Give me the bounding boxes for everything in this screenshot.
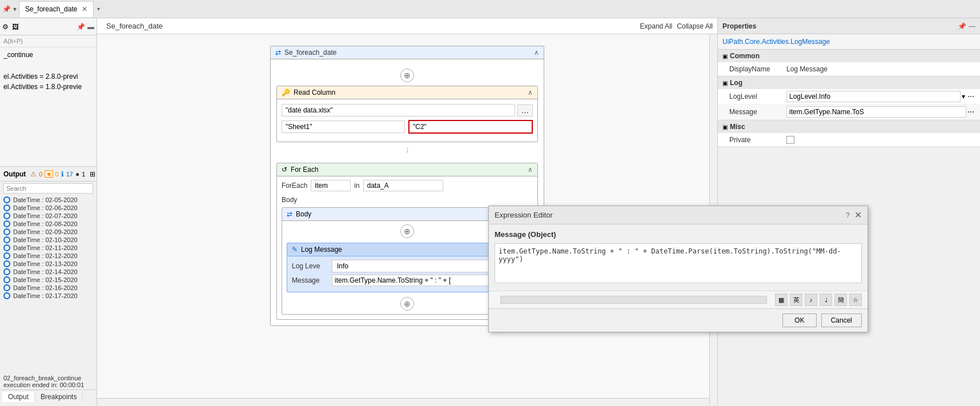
list-item: DateTime : 02-07-2020 (0, 212, 97, 220)
add-activity-after-log[interactable]: ⊕ (400, 297, 414, 311)
dialog-expression-label: Message (Object) (495, 230, 862, 239)
tab-breakpoints[interactable]: Breakpoints (35, 392, 83, 402)
loglevel-dropdown-btn[interactable]: ▾ (961, 93, 966, 101)
toolbar-icon-star[interactable]: ☆ (849, 294, 862, 306)
loglevel-label: LogLevel (729, 93, 786, 101)
dialog-scrollbar[interactable] (500, 296, 767, 304)
prop-section-log-header[interactable]: ▣ Log (718, 77, 980, 89)
tab-close-icon[interactable]: ✕ (82, 5, 87, 13)
panel-close-icon[interactable]: ▬ (87, 23, 94, 31)
read-column-collapse[interactable]: ∧ (528, 89, 533, 97)
dialog-footer: OK Cancel (489, 308, 867, 332)
dialog-header-actions: ? ✕ (846, 210, 862, 220)
output-search-bar (0, 182, 97, 196)
dialog-help-icon[interactable]: ? (846, 211, 850, 219)
dropdown-arrow-left[interactable]: ▾ (13, 5, 17, 13)
toolbar-icon-grid[interactable]: ▦ (775, 294, 788, 306)
tab-dropdown-arrow[interactable]: ▾ (97, 6, 100, 12)
item-circle-icon (3, 284, 10, 291)
pin-panel-icon[interactable]: 📌 (77, 23, 85, 31)
list-item: DateTime : 02-16-2020 (0, 284, 97, 292)
left-toolbar: ⚙ 🖼 📌 ▬ (0, 18, 97, 35)
rc-file-input[interactable] (282, 104, 515, 116)
main-tab[interactable]: Se_foreach_date ✕ (19, 1, 94, 17)
read-column-icon: 🔑 (282, 89, 290, 97)
common-section-title: Common (730, 52, 760, 60)
add-activity-body[interactable]: ⊕ (400, 224, 414, 238)
foreach-item-input[interactable] (311, 180, 351, 191)
left-panel-items: _continue el.Activities = 2.8.0-previ el… (0, 47, 97, 166)
list-item: DateTime : 02-17-2020 (0, 292, 97, 300)
filter-icon[interactable]: ⊞ (90, 170, 95, 178)
toolbar-icon-lang[interactable]: 英 (790, 294, 802, 306)
foreach-title: ↺ For Each (282, 166, 319, 174)
prop-row-private: Private (718, 133, 980, 147)
info-count: 17 (66, 171, 73, 178)
loglevel-dots-btn[interactable]: ⋯ (966, 93, 975, 101)
read-column-box: 🔑 Read Column ∧ … (276, 86, 538, 142)
toolbar-icon-kanji[interactable]: 簡 (834, 294, 847, 306)
left-panel-shortcut: A(lt+P) (3, 38, 93, 45)
main-container-header: ⇄ Se_foreach_date ∧ (271, 46, 544, 59)
read-column-title: 🔑 Read Column (282, 89, 335, 97)
displayname-value: Log Message (786, 65, 975, 73)
item-circle-icon (3, 268, 10, 275)
list-item: DateTime : 02-06-2020 (0, 204, 97, 212)
output-title: Output (3, 170, 26, 178)
message-dots-btn[interactable]: ⋯ (966, 108, 975, 116)
rc-file-row: … (282, 104, 533, 116)
output-tabs: Output Breakpoints (0, 389, 97, 403)
rc-cell-input[interactable] (408, 120, 533, 134)
dialog-expression-textarea[interactable]: item.GetType.Name.ToString + " : " + Dat… (495, 243, 862, 283)
item-circle-icon (3, 276, 10, 283)
toolbar-icon-music2[interactable]: ♩ (820, 294, 832, 306)
arrow-connector-1: ↓ (276, 142, 538, 157)
dialog-close-button[interactable]: ✕ (854, 210, 862, 220)
list-item: DateTime : 02-09-2020 (0, 228, 97, 236)
private-checkbox[interactable] (786, 136, 794, 144)
minimize-right-icon[interactable]: — (969, 22, 975, 30)
prop-row-loglevel: LogLevel LogLevel.Info ▾ ⋯ (718, 89, 980, 104)
add-activity-top[interactable]: ⊕ (400, 69, 414, 82)
dialog-ok-button[interactable]: OK (782, 313, 816, 327)
item-circle-icon (3, 196, 10, 203)
dialog-title: Expression Editor (495, 211, 553, 219)
dialog-header: Expression Editor ? ✕ (489, 206, 867, 224)
properties-class-path: UiPath.Core.Activities.LogMessage (718, 34, 980, 50)
expand-all-button[interactable]: Expand All (640, 22, 673, 30)
list-item: DateTime : 02-12-2020 (0, 252, 97, 260)
list-item: DateTime : 02-14-2020 (0, 268, 97, 276)
dialog-scrollbar-area (495, 295, 773, 305)
foreach-collapse[interactable]: ∧ (528, 166, 533, 174)
pin-right-icon[interactable]: 📌 (958, 22, 966, 30)
log-section-title: Log (730, 79, 742, 87)
prop-section-log: ▣ Log LogLevel LogLevel.Info ▾ ⋯ Message… (718, 77, 980, 120)
main-container-collapse[interactable]: ∧ (534, 49, 539, 57)
output-search-input[interactable] (3, 183, 93, 194)
output-header: Output ⚠ 0 ■ 0 ℹ 17 ● 1 ⊞ (0, 167, 97, 182)
canvas-title: Se_foreach_date (102, 22, 636, 30)
item-circle-icon (3, 204, 10, 211)
foreach-data-input[interactable] (363, 180, 443, 191)
image-icon[interactable]: 🖼 (12, 23, 19, 31)
left-panel-item-activities2: el.Activities = 1.8.0-previe (3, 82, 93, 92)
common-toggle-icon: ▣ (722, 53, 728, 59)
toolbar-icon-music1[interactable]: ♪ (805, 294, 817, 306)
log-message-title: ✎ Log Message (292, 246, 342, 254)
rc-browse-button[interactable]: … (517, 104, 533, 116)
canvas-toolbar: Se_foreach_date Expand All Collapse All (97, 18, 717, 34)
prop-section-common-header[interactable]: ▣ Common (718, 50, 980, 62)
item-circle-icon (3, 212, 10, 219)
misc-toggle-icon: ▣ (722, 124, 728, 130)
settings-icon[interactable]: ⚙ (2, 23, 9, 31)
rc-sheet-row (282, 120, 533, 134)
dialog-cancel-button[interactable]: Cancel (821, 313, 862, 327)
right-panel-icons: 📌 — (958, 22, 975, 30)
workflow-icon: ⇄ (275, 49, 281, 57)
rc-sheet-input[interactable] (282, 120, 405, 133)
left-panel-item-continue: _continue (3, 50, 93, 60)
collapse-all-button[interactable]: Collapse All (677, 22, 713, 30)
tab-output[interactable]: Output (2, 392, 35, 402)
item-circle-icon (3, 236, 10, 243)
prop-section-misc-header[interactable]: ▣ Misc (718, 120, 980, 133)
